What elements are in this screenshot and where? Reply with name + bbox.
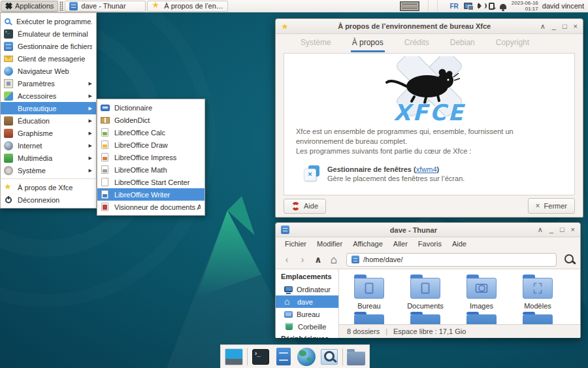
- dock-item-terminal[interactable]: [251, 347, 270, 367]
- tab-credits[interactable]: Crédits: [403, 35, 431, 52]
- menu-item-executer[interactable]: Exécuter le programme...: [1, 15, 96, 27]
- submenu-item-libreoffice-writer[interactable]: LibreOffice Writer: [97, 188, 204, 201]
- menu-item-internet[interactable]: Internet: [1, 139, 96, 152]
- menu-item-navigateur[interactable]: Navigateur Web: [1, 65, 96, 77]
- about-titlebar[interactable]: ★ À propos de l’environnement de bureau …: [276, 19, 583, 34]
- applications-menu-button[interactable]: Applications: [1, 1, 58, 12]
- menu-item-label: Client de messagerie: [18, 55, 92, 63]
- submenu-item-atril[interactable]: Visionneur de documents Atril: [97, 201, 204, 213]
- workspace-1[interactable]: [401, 3, 418, 6]
- path-bar[interactable]: /home/dave/: [346, 253, 557, 267]
- dock-separator: [342, 348, 343, 365]
- shade-button[interactable]: ∧: [538, 226, 543, 233]
- menu-item-systeme[interactable]: Système: [1, 164, 96, 176]
- home-button[interactable]: ⌂: [327, 254, 341, 265]
- sidebar-item-ordinateur[interactable]: Ordinateur: [276, 283, 338, 295]
- thunar-menu-modifier[interactable]: Modifier: [312, 239, 348, 249]
- menu-item-gestionnaire-fichiers[interactable]: Gestionnaire de fichiers: [1, 40, 96, 52]
- tab-systeme[interactable]: Système: [299, 35, 333, 52]
- sidebar-item-bureau[interactable]: Bureau: [276, 308, 338, 320]
- submenu-item-icon: [101, 203, 108, 211]
- thunar-menu-favoris[interactable]: Favoris: [413, 239, 447, 249]
- thunar-icon: [281, 226, 289, 234]
- thunar-titlebar[interactable]: dave - Thunar ∧_□×: [276, 223, 580, 237]
- submenu-item-libreoffice-math[interactable]: LibreOffice Math: [97, 163, 204, 176]
- search-icon[interactable]: [563, 253, 576, 266]
- submenu-item-libreoffice-start-center[interactable]: LibreOffice Start Center: [97, 176, 204, 188]
- notifications-icon[interactable]: [500, 4, 506, 9]
- menu-item-icon: [4, 129, 13, 138]
- thunar-menu-affichage[interactable]: Affichage: [348, 239, 388, 249]
- submenu-item-libreoffice-draw[interactable]: LibreOffice Draw: [97, 139, 204, 151]
- thunar-menu-aller[interactable]: Aller: [388, 239, 413, 249]
- forward-button[interactable]: ›: [295, 254, 310, 265]
- keyboard-layout-indicator[interactable]: FR: [450, 3, 459, 10]
- close-window-button[interactable]: × Fermer: [528, 198, 575, 214]
- thunar-file-area[interactable]: Bureau Documents Images Modèles: [339, 269, 580, 338]
- volume-icon[interactable]: [478, 4, 480, 8]
- menu-item-icon: [4, 116, 13, 125]
- submenu-item-label: LibreOffice Start Center: [114, 178, 201, 186]
- dock-item-desktop[interactable]: [224, 347, 244, 367]
- thunar-menubar: FichierModifierAffichageAllerFavorisAide: [276, 237, 580, 250]
- menu-item-parametres[interactable]: Paramètres: [1, 77, 96, 90]
- clock[interactable]: 2023-06-16 01:17: [512, 0, 538, 12]
- sidebar-item-dave[interactable]: dave: [276, 295, 338, 308]
- workspace-pager[interactable]: [400, 1, 419, 11]
- menu-item-bureautique[interactable]: Bureautique: [1, 102, 96, 114]
- maximize-button[interactable]: □: [560, 226, 564, 233]
- maximize-button[interactable]: □: [563, 23, 567, 30]
- submenu-item-libreoffice-impress[interactable]: LibreOffice Impress: [97, 151, 204, 163]
- user-menu[interactable]: david vincent: [542, 2, 584, 10]
- dock-item-folder[interactable]: [346, 347, 366, 367]
- xfwm4-link[interactable]: xfwm4: [416, 165, 437, 173]
- up-button[interactable]: ∧: [311, 254, 325, 265]
- program-row: Gestionnaire de fenêtres (xfwm4) Gère le…: [284, 156, 574, 182]
- submenu-item-libreoffice-calc[interactable]: LibreOffice Calc: [97, 126, 204, 139]
- about-content: XFCE Xfce est un ensemble de programmes …: [284, 53, 575, 195]
- menu-item-deconnexion[interactable]: Déconnexion: [1, 193, 96, 206]
- thunar-menu-fichier[interactable]: Fichier: [280, 239, 312, 249]
- task-button-label: dave - Thunar: [81, 2, 125, 10]
- close-button[interactable]: ×: [574, 23, 578, 30]
- menu-item-messagerie[interactable]: Client de messagerie: [1, 52, 96, 65]
- submenu-item-goldendict[interactable]: GoldenDict: [97, 114, 204, 126]
- folder-bureau[interactable]: Bureau: [351, 275, 387, 310]
- folder-documents[interactable]: Documents: [407, 275, 444, 310]
- minimize-button[interactable]: _: [549, 226, 553, 233]
- back-button[interactable]: ‹: [280, 254, 294, 265]
- sidebar-item-corbeille[interactable]: Corbeille: [276, 320, 338, 333]
- xfce-logo: XFCE: [380, 56, 478, 124]
- menu-item-accessoires[interactable]: Accessoires: [1, 90, 96, 102]
- minimize-button[interactable]: _: [552, 23, 556, 30]
- menu-item-terminal[interactable]: Émulateur de terminal: [1, 27, 96, 40]
- menu-item-a-propos-xfce[interactable]: À propos de Xfce: [1, 181, 96, 193]
- menu-item-graphisme[interactable]: Graphisme: [1, 127, 96, 139]
- menu-item-icon: [4, 92, 13, 101]
- tab-debian[interactable]: Debian: [449, 35, 476, 52]
- tab-copyright[interactable]: Copyright: [495, 35, 531, 52]
- submenu-item-dictionnaire[interactable]: Dictionnaire: [97, 101, 204, 114]
- display-icon[interactable]: [464, 3, 472, 9]
- clock-date: 2023-06-16: [512, 0, 538, 6]
- about-xfce-window: ★ À propos de l’environnement de bureau …: [275, 18, 583, 218]
- dock-item-app-finder[interactable]: [319, 347, 339, 367]
- close-button[interactable]: ×: [571, 226, 575, 233]
- workspace-2[interactable]: [401, 7, 418, 10]
- folder-modeles[interactable]: Modèles: [519, 275, 556, 310]
- menu-item-multimedia[interactable]: Multimédia: [1, 152, 96, 164]
- folder-images[interactable]: Images: [463, 275, 500, 310]
- panel-handle[interactable]: [59, 1, 63, 11]
- shade-button[interactable]: ∧: [540, 23, 546, 30]
- about-window-title: À propos de l’environnement de bureau Xf…: [293, 22, 536, 30]
- power-manager-icon[interactable]: [489, 3, 495, 10]
- taskbar-button-about[interactable]: À propos de l’environnem...: [147, 1, 228, 12]
- taskbar-button-thunar[interactable]: dave - Thunar: [65, 1, 146, 12]
- submenu-item-label: Visionneur de documents Atril: [114, 203, 201, 211]
- help-button[interactable]: Aide: [284, 199, 326, 214]
- menu-item-education[interactable]: Éducation: [1, 114, 96, 127]
- dock-item-web-browser[interactable]: [297, 347, 316, 367]
- dock-item-file-manager[interactable]: [274, 347, 293, 367]
- thunar-menu-aide[interactable]: Aide: [447, 239, 472, 249]
- tab-a-propos[interactable]: À propos: [351, 35, 385, 52]
